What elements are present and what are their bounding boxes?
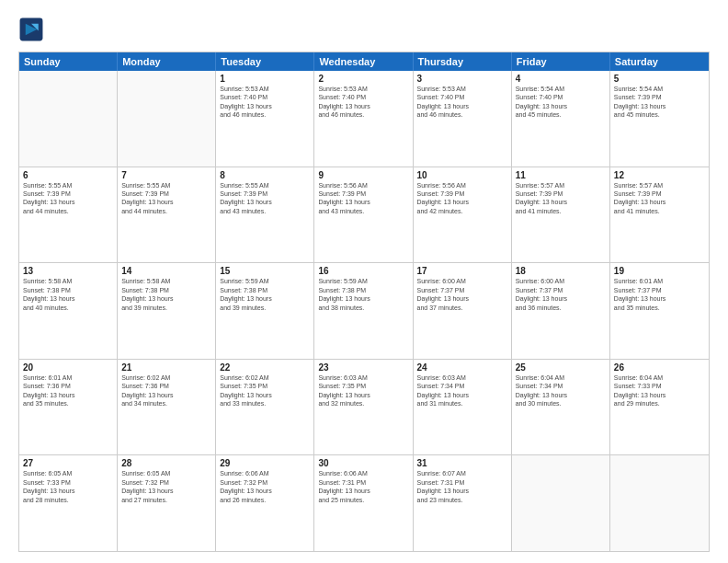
empty-cell-4-5 [512,455,610,551]
day-number: 15 [220,266,310,276]
header-day-tuesday: Tuesday [216,52,314,71]
empty-cell-4-6 [610,455,709,551]
day-cell-29: 29Sunrise: 6:06 AMSunset: 7:32 PMDayligh… [216,455,314,551]
day-cell-14: 14Sunrise: 5:58 AMSunset: 7:38 PMDayligh… [118,263,216,359]
day-info: Sunrise: 6:03 AMSunset: 7:34 PMDaylight:… [417,373,507,408]
day-cell-30: 30Sunrise: 6:06 AMSunset: 7:31 PMDayligh… [314,455,413,551]
day-info: Sunrise: 6:03 AMSunset: 7:35 PMDaylight:… [318,373,408,408]
day-number: 4 [516,74,606,84]
day-number: 13 [23,266,113,276]
day-info: Sunrise: 5:56 AMSunset: 7:39 PMDaylight:… [417,181,507,216]
week-row-1: 6Sunrise: 5:55 AMSunset: 7:39 PMDaylight… [19,167,709,264]
day-cell-7: 7Sunrise: 5:55 AMSunset: 7:39 PMDaylight… [118,167,216,263]
day-info: Sunrise: 5:54 AMSunset: 7:40 PMDaylight:… [516,85,606,120]
day-info: Sunrise: 5:58 AMSunset: 7:38 PMDaylight:… [121,277,211,312]
day-cell-1: 1Sunrise: 5:53 AMSunset: 7:40 PMDaylight… [216,71,314,167]
day-info: Sunrise: 6:07 AMSunset: 7:31 PMDaylight:… [417,469,507,504]
day-number: 9 [318,170,408,180]
day-info: Sunrise: 6:04 AMSunset: 7:34 PMDaylight:… [516,373,606,408]
day-cell-26: 26Sunrise: 6:04 AMSunset: 7:33 PMDayligh… [610,360,709,455]
header-day-monday: Monday [118,52,216,71]
day-cell-9: 9Sunrise: 5:56 AMSunset: 7:39 PMDaylight… [314,167,413,263]
day-cell-20: 20Sunrise: 6:01 AMSunset: 7:36 PMDayligh… [19,360,118,455]
day-cell-2: 2Sunrise: 5:53 AMSunset: 7:40 PMDaylight… [314,71,413,167]
day-cell-8: 8Sunrise: 5:55 AMSunset: 7:39 PMDaylight… [216,167,314,263]
day-cell-6: 6Sunrise: 5:55 AMSunset: 7:39 PMDaylight… [19,167,118,263]
day-info: Sunrise: 6:01 AMSunset: 7:37 PMDaylight:… [614,277,705,312]
day-number: 31 [417,458,507,468]
day-info: Sunrise: 5:53 AMSunset: 7:40 PMDaylight:… [417,85,507,120]
week-row-2: 13Sunrise: 5:58 AMSunset: 7:38 PMDayligh… [19,263,709,360]
day-number: 23 [318,362,408,373]
day-number: 20 [23,362,113,373]
day-info: Sunrise: 6:06 AMSunset: 7:32 PMDaylight:… [220,469,310,504]
day-number: 17 [417,266,507,276]
day-cell-13: 13Sunrise: 5:58 AMSunset: 7:38 PMDayligh… [19,263,118,359]
day-cell-12: 12Sunrise: 5:57 AMSunset: 7:39 PMDayligh… [610,167,709,263]
day-cell-21: 21Sunrise: 6:02 AMSunset: 7:36 PMDayligh… [118,360,216,455]
day-number: 24 [417,362,507,373]
week-row-0: 1Sunrise: 5:53 AMSunset: 7:40 PMDaylight… [19,71,709,167]
day-cell-23: 23Sunrise: 6:03 AMSunset: 7:35 PMDayligh… [314,360,413,455]
day-number: 30 [318,458,408,468]
day-number: 18 [516,266,606,276]
day-info: Sunrise: 6:02 AMSunset: 7:35 PMDaylight:… [220,373,310,408]
day-info: Sunrise: 6:06 AMSunset: 7:31 PMDaylight:… [318,469,408,504]
day-info: Sunrise: 5:54 AMSunset: 7:39 PMDaylight:… [614,85,705,120]
day-info: Sunrise: 5:58 AMSunset: 7:38 PMDaylight:… [23,277,113,312]
empty-cell-0-0 [19,71,118,167]
day-info: Sunrise: 5:57 AMSunset: 7:39 PMDaylight:… [614,181,705,216]
day-info: Sunrise: 5:53 AMSunset: 7:40 PMDaylight:… [220,85,310,120]
day-info: Sunrise: 5:56 AMSunset: 7:39 PMDaylight:… [318,181,408,216]
day-number: 1 [220,74,310,84]
day-info: Sunrise: 6:00 AMSunset: 7:37 PMDaylight:… [417,277,507,312]
day-cell-17: 17Sunrise: 6:00 AMSunset: 7:37 PMDayligh… [414,263,512,359]
page: SundayMondayTuesdayWednesdayThursdayFrid… [0,0,728,563]
day-number: 7 [121,170,211,180]
day-number: 3 [417,74,507,84]
header [18,17,710,42]
day-cell-22: 22Sunrise: 6:02 AMSunset: 7:35 PMDayligh… [216,360,314,455]
week-row-4: 27Sunrise: 6:05 AMSunset: 7:33 PMDayligh… [19,455,709,551]
day-number: 8 [220,170,310,180]
day-info: Sunrise: 6:04 AMSunset: 7:33 PMDaylight:… [614,373,705,408]
week-row-3: 20Sunrise: 6:01 AMSunset: 7:36 PMDayligh… [19,360,709,456]
day-cell-28: 28Sunrise: 6:05 AMSunset: 7:32 PMDayligh… [118,455,216,551]
day-number: 19 [614,266,705,276]
day-number: 25 [516,362,606,373]
header-day-friday: Friday [512,52,610,71]
calendar-body: 1Sunrise: 5:53 AMSunset: 7:40 PMDaylight… [19,71,709,551]
day-number: 21 [121,362,211,373]
day-number: 26 [614,362,705,373]
day-number: 16 [318,266,408,276]
header-day-thursday: Thursday [414,52,512,71]
day-info: Sunrise: 5:59 AMSunset: 7:38 PMDaylight:… [318,277,408,312]
day-cell-27: 27Sunrise: 6:05 AMSunset: 7:33 PMDayligh… [19,455,118,551]
day-info: Sunrise: 5:59 AMSunset: 7:38 PMDaylight:… [220,277,310,312]
logo [18,17,48,42]
day-info: Sunrise: 6:00 AMSunset: 7:37 PMDaylight:… [516,277,606,312]
day-number: 2 [318,74,408,84]
header-day-wednesday: Wednesday [314,52,413,71]
day-cell-10: 10Sunrise: 5:56 AMSunset: 7:39 PMDayligh… [414,167,512,263]
empty-cell-0-1 [118,71,216,167]
day-number: 28 [121,458,211,468]
day-cell-19: 19Sunrise: 6:01 AMSunset: 7:37 PMDayligh… [610,263,709,359]
day-cell-31: 31Sunrise: 6:07 AMSunset: 7:31 PMDayligh… [414,455,512,551]
calendar-header-row: SundayMondayTuesdayWednesdayThursdayFrid… [19,52,709,71]
day-info: Sunrise: 5:55 AMSunset: 7:39 PMDaylight:… [121,181,211,216]
day-cell-24: 24Sunrise: 6:03 AMSunset: 7:34 PMDayligh… [414,360,512,455]
day-cell-4: 4Sunrise: 5:54 AMSunset: 7:40 PMDaylight… [512,71,610,167]
day-info: Sunrise: 6:05 AMSunset: 7:32 PMDaylight:… [121,469,211,504]
day-info: Sunrise: 5:55 AMSunset: 7:39 PMDaylight:… [23,181,113,216]
day-number: 6 [23,170,113,180]
day-number: 10 [417,170,507,180]
day-number: 5 [614,74,705,84]
day-number: 29 [220,458,310,468]
day-cell-11: 11Sunrise: 5:57 AMSunset: 7:39 PMDayligh… [512,167,610,263]
day-info: Sunrise: 5:57 AMSunset: 7:39 PMDaylight:… [516,181,606,216]
day-info: Sunrise: 6:02 AMSunset: 7:36 PMDaylight:… [121,373,211,408]
day-cell-5: 5Sunrise: 5:54 AMSunset: 7:39 PMDaylight… [610,71,709,167]
day-number: 27 [23,458,113,468]
day-number: 22 [220,362,310,373]
